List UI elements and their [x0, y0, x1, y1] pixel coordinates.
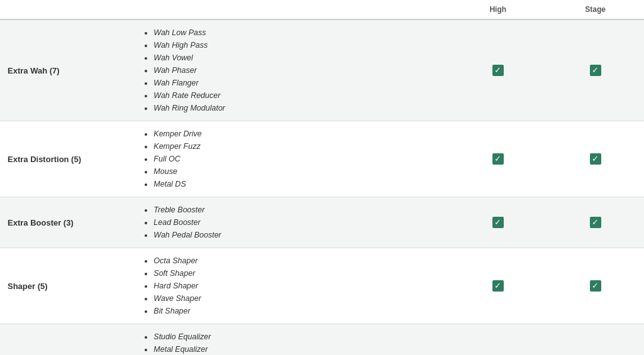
check-col4: ✓	[547, 248, 644, 324]
list-item: Wah Vowel	[153, 52, 441, 64]
check-col3: ✓	[449, 121, 547, 197]
checkmark-icon: ✓	[590, 153, 601, 165]
list-item: Kemper Drive	[153, 128, 441, 140]
list-item: Wah Flanger	[153, 77, 441, 89]
category-name: Extra Wah (7)	[0, 19, 135, 121]
checkmark-icon: ✓	[492, 65, 504, 76]
table-row: Extra Wah (7)Wah Low PassWah High PassWa…	[0, 19, 644, 121]
checkmark-icon: ✓	[492, 280, 504, 292]
check-col3: ✓	[449, 324, 547, 356]
items-list: Treble BoosterLead BoosterWah Pedal Boos…	[135, 197, 449, 248]
list-item: Mouse	[153, 165, 441, 178]
list-item: Octa Shaper	[153, 254, 441, 267]
list-item: Treble Booster	[153, 204, 441, 216]
list-item: Wave Shaper	[153, 292, 441, 305]
list-item: Bit Shaper	[153, 305, 441, 317]
table-row: Shaper (5)Octa ShaperSoft ShaperHard Sha…	[0, 248, 644, 324]
items-list: Octa ShaperSoft ShaperHard ShaperWave Sh…	[135, 248, 449, 324]
list-item: Studio Equalizer	[153, 330, 441, 343]
checkmark-icon: ✓	[590, 65, 601, 76]
list-item: Wah Phaser	[153, 64, 441, 77]
list-item: Wah Low Pass	[153, 26, 441, 39]
check-col3: ✓	[449, 197, 547, 248]
category-name: Shaper (5)	[0, 248, 135, 324]
list-item: Lead Booster	[153, 216, 441, 229]
col-header-effects	[135, 0, 449, 19]
items-list: Studio EqualizerMetal EqualizerStereo Wi…	[135, 324, 449, 356]
col-header-stage: Stage	[547, 0, 644, 19]
category-name: Extra Distortion (5)	[0, 121, 135, 197]
check-col4: ✓	[547, 197, 644, 248]
list-item: Kemper Fuzz	[153, 140, 441, 153]
checkmark-icon: ✓	[590, 280, 601, 292]
checkmark-icon: ✓	[590, 217, 601, 228]
check-col3: ✓	[449, 19, 547, 121]
list-item: Wah Rate Reducer	[153, 89, 441, 102]
list-item: Full OC	[153, 153, 441, 165]
list-item: Hard Shaper	[153, 280, 441, 292]
list-item: Wah Pedal Booster	[153, 229, 441, 241]
check-col4: ✓	[547, 19, 644, 121]
list-item: Wah High Pass	[153, 39, 441, 52]
list-item: Soft Shaper	[153, 267, 441, 280]
items-list: Wah Low PassWah High PassWah VowelWah Ph…	[135, 19, 449, 121]
category-name: Extra Equalizer (5)	[0, 324, 135, 356]
list-item: Metal DS	[153, 178, 441, 190]
check-col4: ✓	[547, 121, 644, 197]
checkmark-icon: ✓	[492, 217, 504, 228]
list-item: Wah Ring Modulator	[153, 102, 441, 114]
table-row: Extra Distortion (5)Kemper DriveKemper F…	[0, 121, 644, 197]
items-list: Kemper DriveKemper FuzzFull OCMouseMetal…	[135, 121, 449, 197]
table-row: Extra Booster (3)Treble BoosterLead Boos…	[0, 197, 644, 248]
col-header-category	[0, 0, 135, 19]
col-header-high: High	[449, 0, 547, 19]
check-col3: ✓	[449, 248, 547, 324]
list-item: Metal Equalizer	[153, 343, 441, 355]
check-col4: ✓	[547, 324, 644, 356]
category-name: Extra Booster (3)	[0, 197, 135, 248]
checkmark-icon: ✓	[492, 153, 504, 165]
table-row: Extra Equalizer (5)Studio EqualizerMetal…	[0, 324, 644, 356]
